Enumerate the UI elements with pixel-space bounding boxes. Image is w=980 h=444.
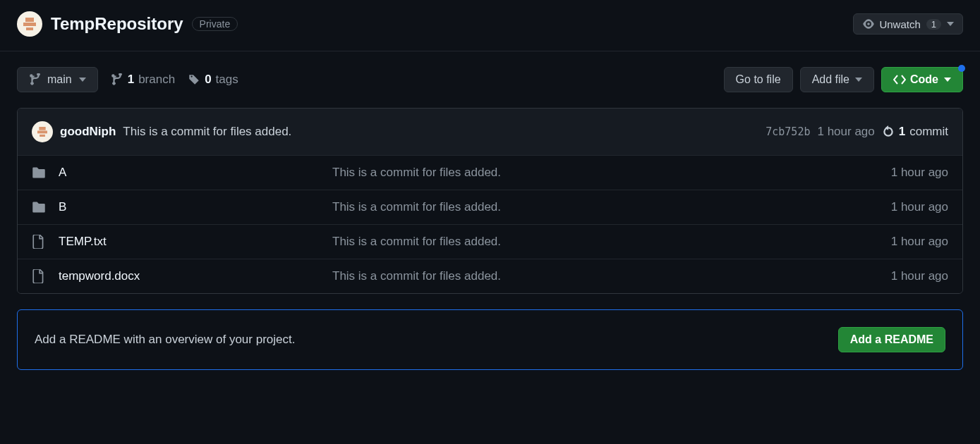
file-commit-msg[interactable]: This is a commit for files added. xyxy=(332,235,878,249)
svg-rect-4 xyxy=(39,127,45,130)
chevron-down-icon xyxy=(944,78,951,82)
svg-point-3 xyxy=(868,23,871,25)
latest-commit-bar: goodNiph This is a commit for files adde… xyxy=(18,109,962,156)
repo-avatar xyxy=(17,11,42,37)
repo-toolbar: main 1 branch 0 tags Go to file Add file… xyxy=(0,51,980,108)
branch-name: main xyxy=(47,73,72,86)
tag-icon xyxy=(188,73,200,86)
add-file-button[interactable]: Add file xyxy=(800,67,874,92)
unwatch-button[interactable]: Unwatch 1 xyxy=(853,13,963,35)
history-icon xyxy=(882,125,895,138)
branches-link[interactable]: 1 branch xyxy=(111,73,175,87)
svg-rect-1 xyxy=(23,23,36,26)
commit-time: 1 hour ago xyxy=(817,125,874,139)
branch-select-button[interactable]: main xyxy=(17,67,98,92)
file-row[interactable]: BThis is a commit for files added.1 hour… xyxy=(18,190,962,225)
file-commit-msg[interactable]: This is a commit for files added. xyxy=(332,269,878,283)
readme-hint: Add a README with an overview of your pr… xyxy=(35,333,295,347)
chevron-down-icon xyxy=(855,78,862,82)
avatar-icon xyxy=(37,127,47,137)
file-name[interactable]: A xyxy=(59,166,320,180)
file-row[interactable]: AThis is a commit for files added.1 hour… xyxy=(18,156,962,190)
svg-rect-2 xyxy=(26,27,33,30)
commit-avatar[interactable] xyxy=(32,121,53,142)
folder-icon xyxy=(32,201,46,214)
repo-header: TempRepository Private Unwatch 1 xyxy=(0,0,980,51)
go-to-file-button[interactable]: Go to file xyxy=(724,67,793,92)
file-time: 1 hour ago xyxy=(891,235,948,249)
file-row[interactable]: tempword.docxThis is a commit for files … xyxy=(18,259,962,293)
eye-icon xyxy=(862,18,875,30)
file-time: 1 hour ago xyxy=(891,269,948,283)
commits-link[interactable]: 1 commit xyxy=(882,125,948,139)
file-name[interactable]: tempword.docx xyxy=(59,269,320,283)
branch-label: branch xyxy=(138,73,175,87)
file-time: 1 hour ago xyxy=(891,200,948,214)
watch-label: Unwatch xyxy=(879,18,920,30)
file-row[interactable]: TEMP.txtThis is a commit for files added… xyxy=(18,225,962,259)
file-icon xyxy=(32,269,46,283)
svg-rect-6 xyxy=(40,135,45,137)
visibility-badge: Private xyxy=(192,17,238,31)
chevron-down-icon xyxy=(79,78,86,82)
code-button[interactable]: Code xyxy=(881,67,963,92)
chevron-down-icon xyxy=(947,22,954,26)
git-branch-icon xyxy=(111,73,123,86)
commit-author[interactable]: goodNiph xyxy=(60,125,116,139)
commit-count: 1 xyxy=(899,125,905,139)
tags-link[interactable]: 0 tags xyxy=(188,73,238,87)
folder-icon xyxy=(32,166,46,179)
file-commit-msg[interactable]: This is a commit for files added. xyxy=(332,200,878,214)
file-name[interactable]: B xyxy=(59,200,320,214)
file-listing: goodNiph This is a commit for files adde… xyxy=(17,108,963,294)
tag-count: 0 xyxy=(205,73,211,87)
code-icon xyxy=(893,75,906,85)
avatar-icon xyxy=(23,18,36,30)
file-time: 1 hour ago xyxy=(891,166,948,180)
commit-hash[interactable]: 7cb752b xyxy=(766,125,810,138)
add-readme-button[interactable]: Add a README xyxy=(838,327,945,352)
file-commit-msg[interactable]: This is a commit for files added. xyxy=(332,166,878,180)
file-name[interactable]: TEMP.txt xyxy=(59,235,320,249)
repo-name[interactable]: TempRepository xyxy=(51,14,183,34)
git-branch-icon xyxy=(29,73,42,86)
commit-message[interactable]: This is a commit for files added. xyxy=(123,125,291,139)
file-icon xyxy=(32,235,46,249)
svg-rect-5 xyxy=(37,130,47,133)
watch-count: 1 xyxy=(926,19,941,30)
tag-label: tags xyxy=(216,73,238,87)
branch-count: 1 xyxy=(128,73,134,87)
commit-count-label: commit xyxy=(909,125,948,139)
svg-rect-0 xyxy=(25,18,34,22)
readme-prompt: Add a README with an overview of your pr… xyxy=(17,309,963,370)
